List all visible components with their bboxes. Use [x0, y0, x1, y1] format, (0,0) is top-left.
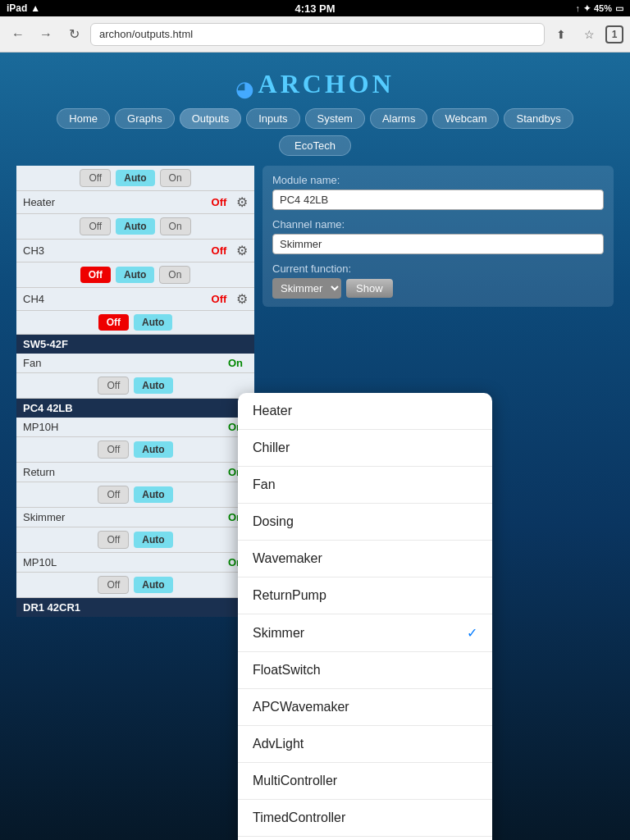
ch3-auto-btn[interactable]: Auto [116, 218, 154, 235]
heater-controls-row: Off Auto On [16, 166, 254, 191]
dropdown-item-timedcontroller[interactable]: TimedController [238, 800, 492, 837]
heater-row: Heater Off ⚙ [16, 191, 254, 214]
nav-outputs[interactable]: Outputs [180, 108, 242, 129]
fan-auto-btn[interactable]: Auto [134, 377, 172, 394]
ch4-auto-btn[interactable]: Auto [116, 267, 154, 283]
mp10h-row: MP10H On [16, 418, 254, 437]
nav-alarms[interactable]: Alarms [370, 108, 427, 129]
dropdown-item-chiller[interactable]: Chiller [238, 430, 492, 467]
show-button[interactable]: Show [346, 279, 393, 298]
dropdown-item-heater[interactable]: Heater [238, 393, 492, 430]
signal-icon: ↑ [575, 3, 580, 13]
mp10l-off-btn[interactable]: Off [98, 576, 129, 594]
status-bar: iPad ▲ 4:13 PM ↑ ✦ 45% ▭ [0, 0, 630, 16]
pc4-section-header: PC4 42LB [16, 399, 254, 418]
ch3-off-btn[interactable]: Off [80, 217, 111, 235]
mp10h-controls-row: Off Auto [16, 437, 254, 463]
return-row: Return On [16, 463, 254, 482]
nav-standbys[interactable]: Standbys [504, 108, 573, 129]
url-input[interactable] [90, 23, 545, 46]
ch4-status: Off [207, 293, 231, 305]
heater-gear-icon[interactable]: ⚙ [236, 194, 248, 210]
forward-button[interactable]: → [34, 23, 57, 46]
ch4-gear-icon[interactable]: ⚙ [236, 291, 248, 307]
sw5-section-header: SW5-42F [16, 335, 254, 354]
extra-controls-row: Off Auto [16, 311, 254, 335]
skimmer-off-btn[interactable]: Off [98, 531, 129, 549]
module-name-label: Module name: [272, 174, 604, 186]
skimmer-row: Skimmer On [16, 508, 254, 527]
reload-button[interactable]: ↻ [62, 23, 85, 46]
skimmer-label: Skimmer [23, 511, 218, 523]
dropdown-item-apcwavemaker[interactable]: APCWavemaker [238, 689, 492, 726]
ch3-label: CH3 [23, 244, 202, 257]
dropdown-item-fan[interactable]: Fan [238, 467, 492, 504]
fan-row: Fan On [16, 354, 254, 373]
dropdown-label-multicontroller: MultiController [253, 774, 337, 788]
fan-label: Fan [23, 357, 218, 369]
ecotech-button[interactable]: EcoTech [279, 135, 351, 156]
function-select[interactable]: Skimmer [272, 278, 341, 299]
mp10l-controls-row: Off Auto [16, 573, 254, 598]
return-auto-btn[interactable]: Auto [134, 486, 172, 503]
nav-home[interactable]: Home [57, 108, 110, 129]
ch3-on-btn[interactable]: On [160, 217, 191, 235]
ch3-gear-icon[interactable]: ⚙ [236, 243, 248, 258]
dropdown-item-floatswitch[interactable]: FloatSwitch [238, 652, 492, 689]
fan-controls-row: Off Auto [16, 373, 254, 399]
mp10h-auto-btn[interactable]: Auto [134, 441, 172, 458]
heater-auto-btn[interactable]: Auto [116, 170, 154, 186]
ch4-row: CH4 Off ⚙ [16, 288, 254, 311]
mp10h-off-btn[interactable]: Off [98, 441, 129, 459]
logo-area: ◕ ARCHON [16, 61, 614, 108]
nav-bar: Home Graphs Outputs Inputs System Alarms… [16, 108, 614, 129]
dropdown-label-heater: Heater [253, 404, 292, 418]
mp10h-label: MP10H [23, 421, 218, 433]
dropdown-item-skimmer[interactable]: Skimmer ✓ [238, 614, 492, 652]
carrier-label: iPad [7, 2, 27, 14]
dropdown-item-wavemaker[interactable]: Wavemaker [238, 541, 492, 578]
ch3-status: Off [207, 244, 231, 257]
heater-on-btn[interactable]: On [160, 169, 191, 187]
share-button[interactable]: ⬆ [550, 23, 573, 46]
fan-off-btn[interactable]: Off [98, 377, 129, 395]
battery-icon: ▭ [615, 3, 623, 14]
dropdown-label-skimmer: Skimmer [253, 626, 304, 641]
dropdown-label-wavemaker: Wavemaker [253, 551, 322, 566]
mp10l-label: MP10L [23, 556, 218, 568]
main-content: ◕ ARCHON Home Graphs Outputs Inputs Syst… [0, 52, 630, 840]
ch4-on-btn[interactable]: On [159, 266, 190, 284]
module-name-input[interactable] [272, 189, 604, 210]
dropdown-item-multicontroller[interactable]: MultiController [238, 763, 492, 800]
right-panel: Module name: Channel name: Current funct… [262, 166, 614, 307]
extra-off-btn[interactable]: Off [98, 314, 129, 331]
dropdown-item-advlight[interactable]: AdvLight [238, 726, 492, 763]
ch4-off-btn[interactable]: Off [80, 267, 111, 283]
heater-off-btn[interactable]: Off [80, 169, 111, 187]
battery-label: 45% [594, 3, 612, 13]
channel-name-label: Channel name: [272, 218, 604, 231]
browser-chrome: ← → ↻ ⬆ ☆ 1 [0, 16, 630, 52]
tab-count[interactable]: 1 [605, 25, 623, 43]
back-button[interactable]: ← [7, 23, 30, 46]
fan-status: On [223, 357, 248, 369]
bookmark-button[interactable]: ☆ [578, 23, 600, 46]
dropdown-item-mlc[interactable]: MLC [238, 837, 492, 840]
nav-graphs[interactable]: Graphs [115, 108, 175, 129]
nav-inputs[interactable]: Inputs [246, 108, 299, 129]
function-row: Skimmer Show [272, 278, 604, 299]
skimmer-auto-btn[interactable]: Auto [134, 532, 172, 548]
dropdown-item-dosing[interactable]: Dosing [238, 504, 492, 541]
ch3-controls-row: Off Auto On [16, 214, 254, 240]
channel-name-input[interactable] [272, 234, 604, 254]
dr1-section-header: DR1 42CR1 [16, 598, 254, 617]
dropdown-label-fan: Fan [253, 477, 276, 492]
wifi-icon: ▲ [30, 2, 40, 14]
dropdown-item-returnpump[interactable]: ReturnPump [238, 578, 492, 614]
return-off-btn[interactable]: Off [98, 486, 129, 504]
nav-webcam[interactable]: Webcam [432, 108, 499, 129]
nav-system[interactable]: System [305, 108, 365, 129]
mp10l-auto-btn[interactable]: Auto [134, 577, 172, 593]
extra-auto-btn[interactable]: Auto [134, 314, 172, 331]
mp10l-row: MP10L On [16, 553, 254, 573]
